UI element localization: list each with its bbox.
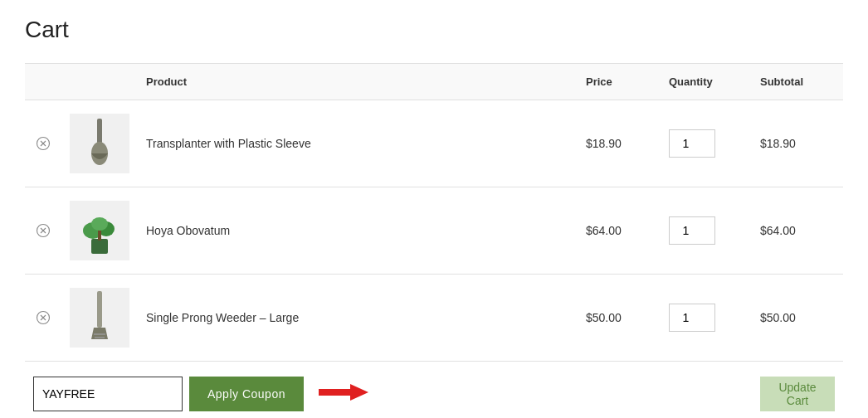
remove-cell-0 <box>25 100 61 187</box>
svg-rect-9 <box>91 239 108 254</box>
col-header-product: Product <box>138 64 578 100</box>
table-row: Hoya Obovatum $64.00 $64.00 <box>25 187 843 275</box>
apply-coupon-button[interactable]: Apply Coupon <box>189 377 304 411</box>
subtotal-cell-2: $50.00 <box>752 275 843 362</box>
product-name-cell-2: Single Prong Weeder – Large <box>138 275 578 362</box>
subtotal-value-1: $64.00 <box>760 224 796 237</box>
col-header-image <box>61 64 138 100</box>
product-image-cell-2 <box>61 275 138 362</box>
product-name-0: Transplanter with Plastic Sleeve <box>146 137 311 150</box>
product-image-cell-1 <box>61 187 138 275</box>
subtotal-value-0: $18.90 <box>760 137 796 150</box>
col-header-subtotal: Subtotal <box>752 64 843 100</box>
price-cell-1: $64.00 <box>578 187 661 275</box>
cart-actions-row: Apply Coupon Update Cart <box>25 362 843 419</box>
table-row: Transplanter with Plastic Sleeve $18.90 … <box>25 100 843 187</box>
product-image-cell-0 <box>61 100 138 187</box>
arrow-indicator <box>319 381 368 407</box>
empty-cell-1 <box>578 362 661 419</box>
quantity-input-2[interactable] <box>669 304 715 332</box>
coupon-cell: Apply Coupon <box>25 362 578 419</box>
price-cell-2: $50.00 <box>578 275 661 362</box>
product-name-2: Single Prong Weeder – Large <box>146 311 299 324</box>
table-row: Single Prong Weeder – Large $50.00 $50.0… <box>25 275 843 362</box>
subtotal-cell-0: $18.90 <box>752 100 843 187</box>
subtotal-cell-1: $64.00 <box>752 187 843 275</box>
svg-point-12 <box>91 217 108 231</box>
update-cart-button[interactable]: Update Cart <box>760 377 835 411</box>
quantity-cell-0 <box>661 100 752 187</box>
remove-button-0[interactable] <box>33 134 53 153</box>
subtotal-value-2: $50.00 <box>760 311 796 324</box>
svg-marker-18 <box>319 384 368 401</box>
page-title: Cart <box>25 17 843 43</box>
quantity-cell-1 <box>661 187 752 275</box>
price-cell-0: $18.90 <box>578 100 661 187</box>
col-header-quantity: Quantity <box>661 64 752 100</box>
remove-button-1[interactable] <box>33 221 53 241</box>
table-header-row: Product Price Quantity Subtotal <box>25 64 843 100</box>
svg-rect-17 <box>97 291 102 328</box>
col-header-price: Price <box>578 64 661 100</box>
product-name-1: Hoya Obovatum <box>146 224 230 237</box>
empty-cell-2 <box>661 362 752 419</box>
remove-button-2[interactable] <box>33 308 53 328</box>
svg-rect-13 <box>98 231 101 241</box>
quantity-input-0[interactable] <box>669 129 715 158</box>
remove-cell-2 <box>25 275 61 362</box>
quantity-input-1[interactable] <box>669 216 715 245</box>
product-image-2 <box>70 288 129 348</box>
price-value-1: $64.00 <box>586 224 622 237</box>
price-value-2: $50.00 <box>586 311 622 324</box>
quantity-cell-2 <box>661 275 752 362</box>
product-name-cell-0: Transplanter with Plastic Sleeve <box>138 100 578 187</box>
coupon-input[interactable] <box>33 377 183 411</box>
product-image-1 <box>70 201 129 260</box>
product-name-cell-1: Hoya Obovatum <box>138 187 578 275</box>
cart-table: Product Price Quantity Subtotal <box>25 63 843 418</box>
remove-cell-1 <box>25 187 61 275</box>
update-cart-cell: Update Cart <box>752 362 843 419</box>
price-value-0: $18.90 <box>586 137 622 150</box>
product-image-0 <box>70 114 129 173</box>
coupon-section: Apply Coupon <box>33 377 569 411</box>
col-header-remove <box>25 64 61 100</box>
